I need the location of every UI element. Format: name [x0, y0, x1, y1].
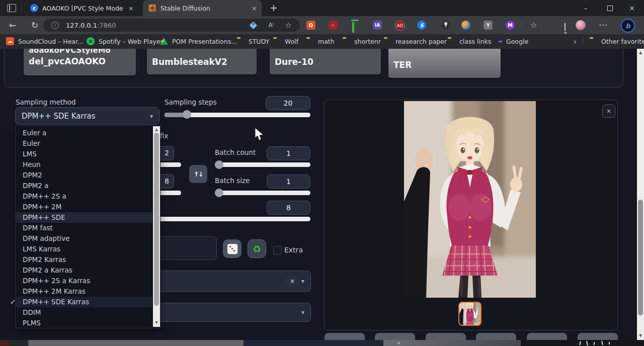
address-bar[interactable]: i 127.0.0.1 :7860 A⁾ ☆: [43, 19, 300, 32]
dropdown-option[interactable]: PLMS: [16, 318, 152, 328]
dropdown-option[interactable]: LMS: [16, 149, 152, 159]
scroll-up-icon[interactable]: ▲: [637, 50, 644, 55]
site-info-icon[interactable]: i: [51, 22, 59, 29]
more-menu-icon[interactable]: ⋯: [599, 20, 607, 30]
extension-m-icon[interactable]: M: [506, 21, 515, 30]
dropdown-option[interactable]: DPM2 a Karras: [16, 265, 152, 276]
random-seed-button[interactable]: [223, 239, 242, 258]
bookmarks-overflow-chevron[interactable]: ›: [574, 37, 577, 46]
dropdown-option[interactable]: Heun: [16, 159, 152, 170]
scroll-down-icon[interactable]: ▼: [637, 333, 644, 338]
scroll-down-icon[interactable]: ▼: [153, 320, 160, 325]
bing-chat-icon[interactable]: b: [621, 19, 635, 33]
reuse-seed-button[interactable]: ♻: [248, 239, 266, 258]
bookmark-pom[interactable]: POM Presentations...: [172, 38, 237, 45]
gallery-action-button[interactable]: [426, 333, 466, 340]
bookmark-folder-wolf[interactable]: Wolf: [285, 38, 298, 45]
gallery-action-button[interactable]: [527, 333, 567, 340]
width-slider-fragment[interactable]: [160, 162, 181, 167]
gallery-action-button[interactable]: [375, 333, 415, 340]
hires-fix-label-fragment[interactable]: fix: [160, 132, 169, 140]
model-card-bumblesteakv2[interactable]: BumblesteakV2: [147, 49, 257, 74]
gallery-thumbnail-selected[interactable]: [458, 302, 481, 326]
bookmark-folder-math[interactable]: math: [318, 38, 335, 45]
model-card-dure-10[interactable]: Dure-10: [270, 49, 381, 74]
gallery-action-button[interactable]: [578, 333, 618, 340]
bookmark-folder-shortenr[interactable]: shortenr: [354, 38, 381, 45]
workspaces-icon[interactable]: [7, 4, 16, 12]
minimize-button[interactable]: –: [576, 0, 596, 16]
extension-o-icon[interactable]: O: [306, 21, 315, 30]
dropdown-option-selected[interactable]: ✓ DPM++ SDE Karras: [16, 297, 152, 307]
extension-shazam-icon[interactable]: S: [417, 21, 426, 30]
dropdown-option[interactable]: Euler: [16, 138, 152, 149]
read-aloud-icon[interactable]: A⁾: [268, 22, 274, 29]
maximize-button[interactable]: [600, 0, 620, 16]
dropdown-option[interactable]: DPM++ 2S a Karras: [16, 276, 152, 286]
extension-fast-forward-icon[interactable]: »: [329, 21, 338, 30]
model-card-del-pvcaoaoko[interactable]: aoaokoPVCStyleMo del_pvcAOAOKO: [24, 49, 136, 75]
gallery-action-button[interactable]: [476, 333, 516, 340]
batch-size-input[interactable]: 1: [267, 175, 310, 189]
shopping-tag-icon[interactable]: [250, 21, 258, 29]
sampling-steps-input[interactable]: 20: [266, 96, 310, 110]
bookmark-folder-reasearch-paper[interactable]: reasearch paper: [395, 38, 447, 45]
bookmark-folder-class-links[interactable]: class links: [459, 38, 492, 45]
bookmark-spotify[interactable]: Spotify – Web Player: [99, 38, 163, 45]
dropdown-option-hovered[interactable]: DPM++ SDE: [16, 212, 152, 223]
extension-y-icon[interactable]: Y: [484, 21, 493, 30]
add-favorite-icon[interactable]: ☆: [285, 21, 292, 30]
height-slider-fragment[interactable]: [160, 191, 181, 195]
tab-stable-diffusion[interactable]: Stable Diffusion ×: [143, 0, 262, 16]
dropdown-option[interactable]: LMS Karras: [16, 244, 152, 254]
batch-size-slider[interactable]: [215, 191, 310, 195]
width-input-fragment[interactable]: 2: [160, 146, 174, 160]
dropdown-option[interactable]: DPM++ 2M: [16, 202, 152, 212]
sampling-method-select[interactable]: DPM++ SDE Karras ▾: [15, 107, 159, 125]
generated-image[interactable]: [404, 101, 536, 298]
dropdown-option[interactable]: DPM fast: [16, 223, 152, 233]
tab-close-icon[interactable]: ×: [250, 5, 259, 12]
dropdown-scrollbar[interactable]: ▲ ▼: [153, 126, 160, 327]
profile-avatar[interactable]: [576, 20, 586, 30]
model-card-ter[interactable]: TER: [388, 49, 501, 78]
batch-count-slider-handle[interactable]: [215, 160, 223, 169]
back-icon[interactable]: ←: [9, 20, 16, 30]
other-favorites[interactable]: Other favorites: [601, 38, 644, 45]
dropdown-option[interactable]: DDIM: [16, 307, 152, 318]
extra-seed-checkbox[interactable]: [273, 246, 282, 254]
dropdown-option[interactable]: DPM++ 2S a: [16, 191, 152, 202]
dropdown-option[interactable]: Euler a: [16, 128, 152, 138]
cfg-scale-input[interactable]: 8: [267, 201, 310, 215]
styles-select-fragment[interactable]: × ▾: [160, 271, 311, 292]
new-tab-button[interactable]: +: [270, 3, 278, 13]
bookmark-soundcloud[interactable]: SoundCloud – Hear...: [18, 38, 84, 45]
extension-trash-icon[interactable]: [352, 22, 354, 33]
refresh-icon[interactable]: ↻: [31, 20, 38, 30]
bookmark-google[interactable]: Google: [506, 38, 528, 45]
batch-count-input[interactable]: 1: [267, 146, 310, 160]
close-window-button[interactable]: ×: [622, 0, 642, 16]
dropdown-option[interactable]: DPM2 a: [16, 181, 152, 191]
batch-size-slider-handle[interactable]: [215, 189, 223, 197]
horizontal-scrollbar[interactable]: ×: [0, 340, 644, 346]
dropdown-scrollbar-thumb[interactable]: [154, 133, 159, 306]
page-scrollbar-thumb[interactable]: [638, 200, 643, 315]
bookmark-folder-study[interactable]: STUDY: [249, 38, 269, 45]
page-scrollbar[interactable]: ▲ ▼: [637, 49, 644, 340]
dropdown-option[interactable]: DPM2: [16, 170, 152, 181]
seed-input-fragment[interactable]: [160, 236, 217, 260]
dropdown-option[interactable]: DPM adaptive: [16, 233, 152, 244]
cfg-scale-slider[interactable]: [160, 217, 310, 221]
height-input-fragment[interactable]: 8: [160, 174, 174, 189]
extension-adblock-icon[interactable]: AD: [395, 21, 405, 31]
scroll-up-icon[interactable]: ▲: [153, 127, 160, 132]
sampling-steps-slider-handle[interactable]: [183, 110, 191, 119]
extension-location-pin-icon[interactable]: [441, 21, 450, 30]
gallery-action-button[interactable]: [325, 333, 365, 340]
favorites-icon[interactable]: ☆: [530, 21, 537, 30]
horizontal-scrollbar-thumb[interactable]: [28, 340, 244, 346]
extension-globe-icon[interactable]: [461, 21, 470, 30]
close-gallery-icon[interactable]: ×: [602, 105, 615, 118]
tab-aoaoko[interactable]: c AOAOKO [PVC Style Model] - PV ×: [25, 0, 142, 16]
